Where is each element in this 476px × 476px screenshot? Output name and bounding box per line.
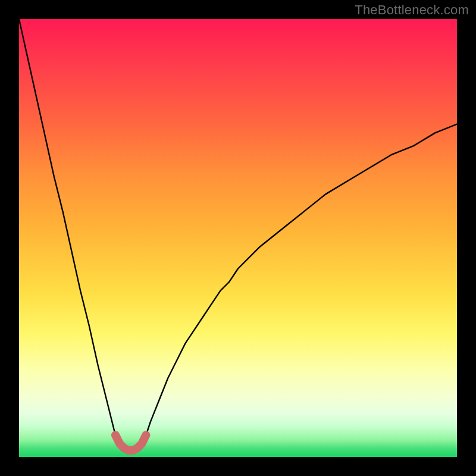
- bottleneck-curve: [19, 19, 457, 457]
- chart-frame: TheBottleneck.com: [0, 0, 476, 476]
- watermark-text: TheBottleneck.com: [355, 2, 469, 18]
- plot-area: [19, 19, 457, 457]
